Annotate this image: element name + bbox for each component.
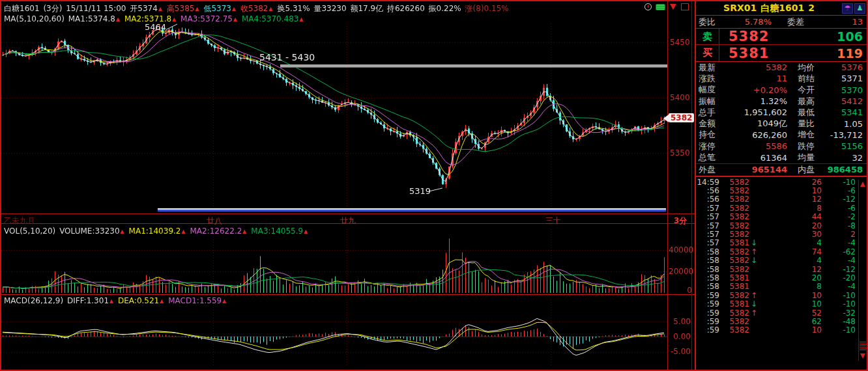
volume-value: 33230 <box>321 4 346 13</box>
chart-region: 白糖1601 (3分) 15/11/11 15:00 开5374 高5385 低… <box>1 1 695 370</box>
tick-price: 5381 <box>719 300 749 309</box>
volume-value: 33230 <box>94 227 119 236</box>
tick-row[interactable]: :59538210-10 <box>696 292 858 300</box>
stat-value: +0.20% <box>725 85 787 95</box>
volma2-value: 12622.2 <box>210 227 242 236</box>
frame-icon[interactable] <box>681 3 689 10</box>
tick-volume: 10 <box>759 292 822 300</box>
tick-price: 5382 <box>719 256 749 265</box>
datetime-label: 15/11/11 15:00 <box>66 4 126 13</box>
close-value: 5382 <box>248 4 268 13</box>
tick-up-arrow-icon <box>749 292 759 300</box>
tick-row[interactable]: :58538212-12 <box>696 266 858 274</box>
tick-volume: 44 <box>759 213 822 221</box>
contract-code: SRX01 <box>723 3 757 13</box>
up-triangle-icon <box>109 296 115 305</box>
tick-change: -6 <box>822 187 858 195</box>
amplitude-value: 0.22% <box>437 4 461 13</box>
macd-axis-label: 5.00 <box>667 317 691 326</box>
money-icon[interactable] <box>656 4 665 10</box>
tick-price: 5382 <box>719 309 749 318</box>
weibi-label: 委比 <box>696 16 722 28</box>
stat-value: 5371 <box>826 74 867 83</box>
horizontal-scrollbar[interactable] <box>158 208 666 212</box>
tick-price: 5381 <box>719 282 749 291</box>
tick-row[interactable]: :57538244-2 <box>696 213 858 221</box>
clock-icon[interactable] <box>644 3 652 10</box>
person-icon[interactable]: ♟ <box>854 3 865 14</box>
tick-down-arrow-icon <box>749 256 759 265</box>
stat-row: 总手1,951,602最低5341 <box>696 107 867 118</box>
tick-change: -10 <box>822 300 858 309</box>
contract-name: 白糖1601 <box>760 3 804 13</box>
tick-row[interactable]: :59538110-10 <box>696 300 858 309</box>
stat-value: 5376 <box>826 62 867 72</box>
stat-label: 金额 <box>696 118 725 130</box>
scroll-up-icon[interactable] <box>860 182 865 187</box>
tick-price: 5382 <box>719 195 749 204</box>
tick-arrow-slot <box>749 282 759 291</box>
ohlc-header: 白糖1601 (3分) 15/11/11 15:00 开5374 高5385 低… <box>4 3 509 14</box>
tick-row[interactable]: :5753814-4 <box>696 239 858 247</box>
kline-chart-canvas[interactable] <box>1 1 695 370</box>
period-selector[interactable]: 3分 <box>674 215 687 227</box>
bid-price: 5381 <box>719 46 796 61</box>
ask-price: 5382 <box>719 29 796 44</box>
tick-time: :59 <box>696 300 719 309</box>
tick-row[interactable]: :57538220-8 <box>696 222 858 230</box>
tick-volume: 12 <box>759 195 822 204</box>
tick-row[interactable]: :56538212-12 <box>696 195 858 204</box>
ask-row[interactable]: 卖 5382 106 <box>696 29 867 45</box>
stat-label: 前结 <box>787 73 826 85</box>
price-axis-label: 5350 <box>670 148 690 158</box>
volume-label: VOLUME: <box>59 227 94 236</box>
tick-change: -12 <box>822 195 858 204</box>
tick-row[interactable]: :58538274-62 <box>696 248 858 256</box>
inner-lots-value: 986458 <box>826 165 867 174</box>
stat-value: 626,260 <box>725 130 787 140</box>
tick-row[interactable]: :56538210-6 <box>696 187 858 195</box>
stat-label: 幅度 <box>696 84 725 96</box>
tick-row[interactable]: :5853818-4 <box>696 282 858 291</box>
tick-change: -8 <box>822 222 858 230</box>
umbrella-icon[interactable]: ☂ <box>842 3 853 14</box>
stat-label: 最高 <box>787 96 826 107</box>
vertical-scrollbar[interactable] <box>858 180 867 361</box>
tick-price: 5382 <box>719 187 749 195</box>
tick-row[interactable]: :59538262-48 <box>696 318 858 326</box>
period-label[interactable]: (3分) <box>43 4 62 13</box>
resistance-line[interactable] <box>280 64 667 68</box>
scrollbar-thumb[interactable] <box>860 342 866 350</box>
tick-row[interactable]: :575382302 <box>696 230 858 239</box>
high-value: 5385 <box>175 4 195 13</box>
red-down-arrow-icon[interactable] <box>670 4 676 10</box>
tick-price: 5382 <box>719 266 749 274</box>
tick-time: :58 <box>696 256 719 265</box>
volma3-label: MA3: <box>251 227 270 236</box>
stat-label: 均量 <box>787 152 826 163</box>
stat-value: 1,951,602 <box>725 107 787 117</box>
macd-params: MACD(26,12,9) <box>4 296 63 305</box>
ma4-value: 5370.483 <box>261 14 298 23</box>
scroll-down-icon[interactable] <box>860 353 865 359</box>
up-triangle-icon <box>194 4 201 13</box>
tick-row[interactable]: :5753828-6 <box>696 204 858 213</box>
tick-row[interactable]: 14:59538226-10 <box>696 178 858 187</box>
bid-row[interactable]: 买 5381 119 <box>696 45 867 61</box>
outer-inner-row: 外盘 965144 内盘 986458 <box>696 164 867 176</box>
vol-params: VOL(5,10,20) <box>4 227 55 236</box>
tick-row[interactable]: :58538120-20 <box>696 274 858 282</box>
up-triangle-icon <box>303 227 310 236</box>
tick-row[interactable]: :59538252-32 <box>696 309 858 318</box>
tick-time: :58 <box>696 248 719 256</box>
tick-row[interactable]: :5853824-4 <box>696 256 858 265</box>
up-triangle-icon <box>298 14 305 23</box>
low-label: 低 <box>203 4 211 13</box>
tick-change: -48 <box>822 318 858 326</box>
axis-divider <box>667 1 668 370</box>
tick-row[interactable]: :59538210-10 <box>696 326 858 335</box>
up-triangle-icon <box>233 14 239 23</box>
tick-change: 2 <box>822 230 858 239</box>
up-triangle-icon <box>181 227 187 236</box>
tick-volume: 30 <box>759 230 822 239</box>
